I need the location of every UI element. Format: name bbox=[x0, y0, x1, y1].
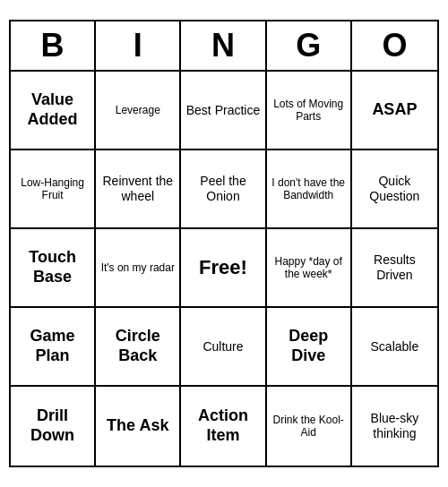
bingo-cell-1: Leverage bbox=[96, 72, 181, 150]
bingo-letter-g: G bbox=[267, 21, 352, 70]
cell-text-6: Reinvent the wheel bbox=[99, 174, 176, 204]
bingo-cell-13: Happy *day of the week* bbox=[267, 229, 352, 308]
cell-text-24: Blue-sky thinking bbox=[356, 411, 434, 441]
cell-text-19: Scalable bbox=[371, 339, 419, 355]
bingo-cell-20: Drill Down bbox=[11, 387, 96, 466]
bingo-cell-3: Lots of Moving Parts bbox=[267, 72, 352, 150]
cell-text-5: Low-Hanging Fruit bbox=[14, 176, 90, 202]
cell-text-7: Peel the Onion bbox=[185, 174, 261, 204]
bingo-cell-21: The Ask bbox=[96, 387, 181, 466]
cell-text-16: Circle Back bbox=[99, 327, 176, 365]
bingo-letter-o: O bbox=[352, 21, 437, 70]
bingo-cell-9: Quick Question bbox=[352, 150, 437, 229]
cell-text-8: I don't have the Bandwidth bbox=[271, 176, 347, 202]
cell-text-14: Results Driven bbox=[356, 252, 434, 283]
cell-text-20: Drill Down bbox=[14, 406, 90, 445]
cell-text-0: Value Added bbox=[14, 90, 90, 129]
cell-text-21: The Ask bbox=[107, 416, 168, 436]
bingo-cell-7: Peel the Onion bbox=[181, 150, 266, 229]
bingo-cell-22: Action Item bbox=[181, 387, 266, 466]
bingo-cell-14: Results Driven bbox=[352, 229, 437, 308]
bingo-cell-12: Free! bbox=[181, 229, 266, 308]
bingo-cell-23: Drink the Kool-Aid bbox=[267, 387, 352, 466]
cell-text-4: ASAP bbox=[372, 100, 417, 120]
cell-text-9: Quick Question bbox=[356, 174, 434, 204]
bingo-cell-10: Touch Base bbox=[11, 229, 96, 308]
bingo-cell-5: Low-Hanging Fruit bbox=[11, 150, 96, 229]
bingo-grid: Value AddedLeverageBest PracticeLots of … bbox=[11, 72, 437, 466]
cell-text-10: Touch Base bbox=[14, 248, 90, 286]
bingo-cell-0: Value Added bbox=[11, 72, 96, 150]
bingo-cell-24: Blue-sky thinking bbox=[352, 387, 437, 466]
bingo-header: BINGO bbox=[11, 21, 437, 72]
bingo-cell-11: It's on my radar bbox=[96, 229, 181, 308]
bingo-cell-6: Reinvent the wheel bbox=[96, 150, 181, 229]
bingo-cell-17: Culture bbox=[181, 308, 266, 387]
cell-text-1: Leverage bbox=[116, 104, 160, 116]
cell-text-2: Best Practice bbox=[186, 103, 260, 118]
bingo-cell-18: Deep Dive bbox=[267, 308, 352, 387]
bingo-letter-i: I bbox=[96, 21, 181, 70]
cell-text-17: Culture bbox=[202, 339, 243, 355]
cell-text-11: It's on my radar bbox=[101, 261, 175, 274]
bingo-cell-8: I don't have the Bandwidth bbox=[267, 150, 352, 229]
bingo-cell-4: ASAP bbox=[352, 72, 437, 150]
bingo-card: BINGO Value AddedLeverageBest PracticeLo… bbox=[9, 20, 439, 467]
bingo-cell-16: Circle Back bbox=[96, 308, 181, 387]
bingo-cell-15: Game Plan bbox=[11, 308, 96, 387]
cell-text-13: Happy *day of the week* bbox=[271, 255, 347, 281]
cell-text-18: Deep Dive bbox=[271, 327, 347, 365]
cell-text-15: Game Plan bbox=[14, 327, 90, 365]
bingo-letter-b: B bbox=[11, 21, 96, 70]
bingo-cell-19: Scalable bbox=[352, 308, 437, 387]
cell-text-23: Drink the Kool-Aid bbox=[271, 414, 347, 440]
cell-text-3: Lots of Moving Parts bbox=[271, 98, 347, 124]
bingo-letter-n: N bbox=[181, 21, 266, 70]
cell-text-22: Action Item bbox=[185, 406, 261, 445]
bingo-cell-2: Best Practice bbox=[181, 72, 266, 150]
cell-text-12: Free! bbox=[199, 256, 247, 279]
